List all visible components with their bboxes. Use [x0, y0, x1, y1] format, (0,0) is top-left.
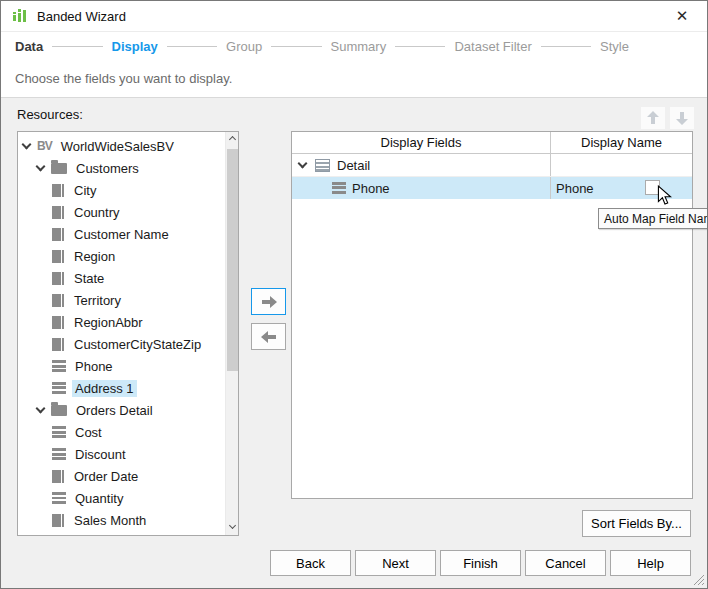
tree-item-worldwidesalesbv[interactable]: BV WorldWideSalesBV	[18, 135, 224, 157]
dimension-field-icon	[52, 316, 65, 329]
detail-field-icon	[52, 360, 66, 372]
step-dataset-filter[interactable]: Dataset Filter	[454, 39, 531, 54]
display-name-value: Phone	[556, 181, 594, 196]
resources-label: Resources:	[17, 107, 83, 122]
tree-item-customercitystatezip[interactable]: CustomerCityStateZip	[18, 333, 224, 355]
resize-grip[interactable]	[693, 574, 705, 586]
folder-icon	[51, 405, 67, 416]
step-display[interactable]: Display	[112, 39, 158, 54]
tree-item-region[interactable]: Region	[18, 245, 224, 267]
move-down-button[interactable]	[670, 107, 694, 129]
cancel-button[interactable]: Cancel	[525, 550, 606, 576]
detail-field-icon	[332, 182, 346, 194]
detail-field-icon	[52, 382, 66, 394]
help-button[interactable]: Help	[610, 550, 691, 576]
detail-field-icon	[52, 426, 66, 438]
tree-item-regionabbr[interactable]: RegionAbbr	[18, 311, 224, 333]
dimension-field-icon	[52, 250, 65, 263]
finish-button[interactable]: Finish	[440, 550, 521, 576]
scroll-up-icon[interactable]	[226, 132, 239, 147]
down-arrow-icon	[676, 111, 688, 125]
step-style[interactable]: Style	[600, 39, 629, 54]
dimension-field-icon	[52, 272, 65, 285]
wizard-footer: Back Next Finish Cancel Help	[270, 550, 691, 576]
tree-item-phone[interactable]: Phone	[18, 355, 224, 377]
step-connector	[52, 46, 102, 47]
window-title: Banded Wizard	[37, 9, 126, 24]
close-button[interactable]: ✕	[667, 3, 697, 29]
tree-item-country[interactable]: Country	[18, 201, 224, 223]
detail-field-icon	[52, 448, 66, 460]
next-button[interactable]: Next	[355, 550, 436, 576]
column-header-display-name: Display Name	[550, 132, 692, 153]
add-field-button[interactable]	[251, 288, 286, 315]
step-connector	[167, 46, 217, 47]
dimension-field-icon	[52, 514, 65, 527]
banded-report-icon	[12, 8, 28, 24]
chevron-down-icon[interactable]	[22, 140, 32, 150]
up-arrow-icon	[647, 111, 659, 125]
left-arrow-icon	[261, 331, 277, 343]
tree-item-city[interactable]: City	[18, 179, 224, 201]
chevron-down-icon[interactable]	[36, 404, 46, 414]
sort-fields-by-button[interactable]: Sort Fields By...	[582, 510, 691, 537]
tree-item-customers[interactable]: Customers	[18, 157, 224, 179]
chevron-down-icon[interactable]	[36, 162, 46, 172]
scroll-down-icon[interactable]	[226, 520, 239, 535]
tree-scrollbar[interactable]	[225, 132, 238, 535]
folder-icon	[51, 163, 67, 174]
scrollbar-thumb[interactable]	[227, 149, 238, 371]
dimension-field-icon	[52, 294, 65, 307]
column-header-display-fields: Display Fields	[292, 132, 550, 153]
step-connector	[541, 46, 591, 47]
detail-band-icon	[315, 159, 330, 172]
chevron-down-icon[interactable]	[298, 159, 308, 169]
move-up-button[interactable]	[641, 107, 665, 129]
step-connector	[271, 46, 321, 47]
tree-item-territory[interactable]: Territory	[18, 289, 224, 311]
display-fields-table: Display Fields Display Name Detail Phone…	[291, 131, 693, 499]
back-button[interactable]: Back	[270, 550, 351, 576]
tree-item-cost[interactable]: Cost	[18, 421, 224, 443]
dimension-field-icon	[52, 228, 65, 241]
dimension-field-icon	[52, 206, 65, 219]
mouse-cursor-icon	[657, 185, 672, 206]
tree-item-order-date[interactable]: Order Date	[18, 465, 224, 487]
title-bar: Banded Wizard ✕	[1, 1, 707, 32]
tree-item-sales-month[interactable]: Sales Month	[18, 509, 224, 531]
auto-map-tooltip: Auto Map Field Name	[598, 208, 708, 229]
step-connector	[395, 46, 445, 47]
table-row-phone[interactable]: Phone Phone	[292, 177, 692, 199]
wizard-subtitle: Choose the fields you want to display.	[1, 59, 707, 97]
detail-field-icon	[52, 492, 66, 504]
tree-item-discount[interactable]: Discount	[18, 443, 224, 465]
tree-item-customer-name[interactable]: Customer Name	[18, 223, 224, 245]
resources-tree: BV WorldWideSalesBV Customers City Count…	[18, 135, 224, 535]
tree-item-address-1[interactable]: Address 1	[18, 377, 224, 399]
bv-datasource-icon: BV	[37, 139, 52, 153]
step-summary[interactable]: Summary	[331, 39, 387, 54]
banded-wizard-dialog: Banded Wizard ✕ Data Display Group Summa…	[0, 0, 708, 589]
table-row-detail-band[interactable]: Detail	[292, 154, 692, 177]
table-header-row: Display Fields Display Name	[292, 132, 692, 154]
resources-tree-panel: BV WorldWideSalesBV Customers City Count…	[17, 131, 239, 536]
remove-field-button[interactable]	[251, 323, 286, 350]
tree-item-orders-detail[interactable]: Orders Detail	[18, 399, 224, 421]
wizard-steps: Data Display Group Summary Dataset Filte…	[1, 33, 707, 59]
step-group[interactable]: Group	[226, 39, 262, 54]
right-arrow-icon	[261, 296, 277, 308]
tree-item-quantity[interactable]: Quantity	[18, 487, 224, 509]
dimension-field-icon	[52, 338, 65, 351]
dimension-field-icon	[52, 470, 65, 483]
tree-item-state[interactable]: State	[18, 267, 224, 289]
step-data[interactable]: Data	[15, 39, 43, 54]
dimension-field-icon	[52, 184, 65, 197]
detail-display-name-cell	[550, 154, 692, 176]
